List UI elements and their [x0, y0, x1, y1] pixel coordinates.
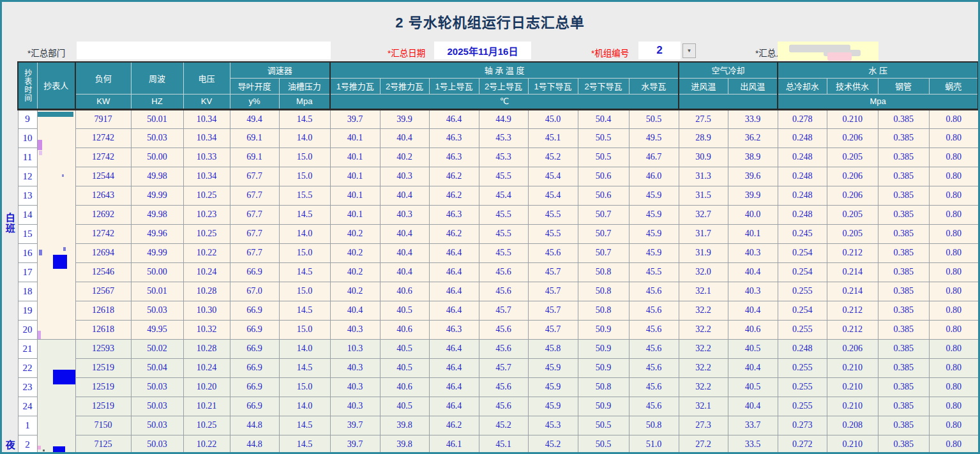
data-cell: 0.205	[827, 205, 878, 224]
data-cell: 45.6	[479, 262, 528, 282]
data-cell: 0.273	[778, 416, 827, 435]
data-cell: 40.4	[728, 358, 778, 377]
page-title: 2 号水轮机组运行日志汇总单	[2, 11, 978, 31]
redaction-mark	[53, 446, 65, 454]
table-row: 111274250.0010.3369.115.040.140.246.345.…	[2, 148, 978, 167]
data-cell: 40.4	[330, 301, 380, 320]
redaction-mark	[53, 255, 67, 269]
data-cell: 0.80	[929, 167, 978, 186]
dept-input[interactable]	[77, 42, 331, 59]
data-cell: 0.385	[878, 301, 929, 320]
data-cell: 45.6	[629, 301, 679, 320]
data-cell: 40.6	[728, 320, 778, 339]
data-cell: 67.7	[230, 205, 279, 224]
data-cell: 45.6	[629, 377, 679, 397]
data-cell: 12643	[75, 186, 131, 205]
data-cell: 50.5	[629, 109, 679, 128]
data-cell: 0.248	[778, 128, 827, 148]
data-cell: 46.2	[429, 167, 479, 186]
data-cell: 40.1	[330, 186, 380, 205]
data-cell: 39.9	[380, 109, 429, 128]
data-cell: 45.4	[479, 186, 528, 205]
data-cell: 10.34	[183, 109, 230, 128]
data-cell: 0.212	[827, 320, 878, 339]
date-label: *汇总日期	[388, 46, 425, 59]
data-cell: 0.385	[878, 148, 929, 167]
data-cell: 0.248	[778, 167, 827, 186]
data-cell: 7150	[75, 416, 131, 435]
data-cell: 40.3	[728, 282, 778, 301]
data-cell: 0.80	[929, 262, 978, 282]
data-cell: 14.5	[279, 358, 330, 377]
data-cell: 45.5	[528, 224, 578, 243]
data-cell: 0.248	[778, 339, 827, 358]
data-cell: 66.9	[230, 301, 279, 320]
data-cell: 0.80	[929, 416, 978, 435]
data-cell: 66.9	[230, 377, 279, 397]
hour-cell: 17	[18, 262, 37, 282]
meter-reader-cell[interactable]	[37, 109, 75, 339]
data-cell: 10.25	[183, 186, 230, 205]
data-cell: 12544	[75, 167, 131, 186]
data-cell: 40.3	[330, 397, 380, 416]
data-cell: 46.3	[429, 320, 479, 339]
shift-label: 夜	[2, 339, 18, 454]
data-cell: 10.23	[183, 205, 230, 224]
table-row: 201261849.9510.3266.915.040.340.646.345.…	[2, 320, 978, 339]
data-cell: 0.80	[929, 148, 978, 167]
data-cell: 45.6	[629, 397, 679, 416]
redaction-mark	[39, 151, 42, 155]
unit-number-field[interactable]: 2	[638, 42, 681, 59]
col-header-voltage: 电压	[183, 62, 230, 94]
data-cell: 67.7	[230, 243, 279, 262]
meter-reader-cell[interactable]	[37, 339, 75, 454]
data-cell: 0.248	[778, 186, 827, 205]
person-field[interactable]	[778, 42, 878, 61]
data-cell: 50.8	[629, 416, 679, 435]
data-cell: 45.6	[479, 320, 528, 339]
data-cell: 46.4	[429, 243, 479, 262]
data-cell: 46.2	[429, 416, 479, 435]
hour-cell: 22	[18, 358, 37, 377]
data-cell: 10.20	[183, 377, 230, 397]
data-cell: 40.2	[330, 282, 380, 301]
hour-cell: 1	[18, 416, 37, 435]
table-row: 白班9791750.0110.3449.414.539.739.946.444.…	[2, 109, 978, 128]
data-cell: 0.385	[878, 128, 929, 148]
log-table: 抄表时间 抄表人 负何 周波 电压 调速器 轴 承 温 度 空气冷却 水 压 导…	[2, 61, 979, 454]
data-cell: 46.0	[629, 167, 679, 186]
hour-cell: 10	[18, 128, 37, 148]
data-cell: 66.9	[230, 358, 279, 377]
shift-label: 白班	[2, 109, 18, 339]
data-cell: 39.8	[380, 416, 429, 435]
data-cell: 50.5	[578, 148, 629, 167]
data-cell: 45.1	[528, 128, 578, 148]
data-cell: 40.0	[728, 205, 778, 224]
data-cell: 14.5	[279, 416, 330, 435]
data-cell: 12567	[75, 282, 131, 301]
data-cell: 0.208	[827, 416, 878, 435]
unit-number-dropdown-button[interactable]: ▼	[682, 43, 696, 58]
data-cell: 0.385	[878, 358, 929, 377]
data-cell: 46.7	[629, 148, 679, 167]
data-cell: 69.1	[230, 128, 279, 148]
data-cell: 31.5	[679, 186, 728, 205]
data-cell: 50.4	[578, 109, 629, 128]
data-cell: 0.248	[778, 148, 827, 167]
data-cell: 33.5	[728, 435, 778, 454]
data-cell: 46.4	[429, 358, 479, 377]
data-cell: 45.6	[629, 358, 679, 377]
data-cell: 40.4	[728, 301, 778, 320]
unit-hz: HZ	[131, 94, 183, 109]
unit-mpa-water: Mpa	[778, 94, 978, 109]
col-header-oil-tank-pressure: 油槽压力	[279, 78, 330, 94]
data-cell: 50.00	[131, 262, 183, 282]
data-cell: 39.8	[380, 435, 429, 454]
date-field[interactable]: 2025年11月16日	[434, 42, 531, 59]
data-cell: 67.0	[230, 282, 279, 301]
redaction-mark	[38, 112, 73, 117]
data-cell: 0.80	[929, 301, 978, 320]
data-cell: 30.9	[679, 148, 728, 167]
data-cell: 15.0	[279, 167, 330, 186]
data-cell: 0.80	[929, 243, 978, 262]
